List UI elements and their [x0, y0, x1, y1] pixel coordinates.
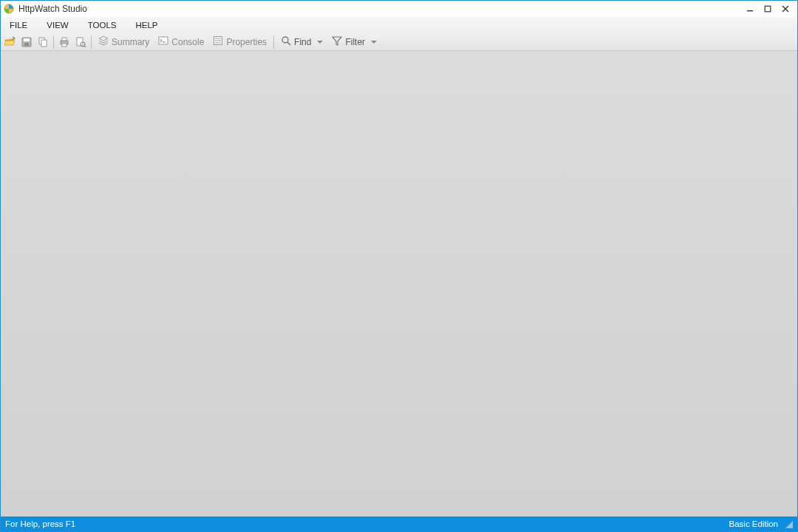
- app-icon: [4, 4, 14, 14]
- separator-icon: [91, 35, 92, 49]
- toolbar: Summary Console Propertie: [1, 33, 797, 51]
- minimize-button[interactable]: [741, 1, 759, 16]
- console-icon: [158, 35, 168, 48]
- filter-button[interactable]: Filter: [327, 34, 381, 50]
- copy-button[interactable]: [35, 34, 51, 50]
- summary-label: Summary: [112, 37, 149, 47]
- summary-button[interactable]: Summary: [94, 34, 154, 50]
- svg-rect-9: [62, 38, 66, 41]
- window-controls: [741, 1, 794, 16]
- document-magnify-icon: [75, 36, 86, 48]
- client-area: [1, 51, 797, 516]
- titlebar: HttpWatch Studio: [1, 1, 797, 17]
- search-icon: [281, 35, 291, 48]
- layers-icon: [98, 35, 109, 48]
- statusbar: For Help, press F1 Basic Edition: [1, 516, 797, 531]
- properties-icon: [213, 35, 223, 48]
- close-button[interactable]: [777, 1, 794, 16]
- svg-rect-14: [159, 37, 168, 44]
- properties-label: Properties: [226, 37, 267, 47]
- chevron-down-icon: [317, 41, 323, 44]
- svg-rect-7: [41, 40, 47, 47]
- copy-icon: [37, 36, 49, 48]
- status-help-text: For Help, press F1: [5, 519, 75, 528]
- print-preview-button[interactable]: [72, 34, 89, 50]
- menu-file[interactable]: FILE: [5, 19, 32, 31]
- svg-point-20: [282, 37, 288, 43]
- console-label: Console: [171, 37, 204, 47]
- separator-icon: [273, 35, 274, 49]
- open-button[interactable]: [2, 34, 18, 50]
- chevron-down-icon: [371, 41, 377, 44]
- menubar: FILE VIEW TOOLS HELP: [1, 17, 797, 33]
- folder-open-icon: [4, 36, 16, 48]
- save-button[interactable]: [18, 34, 35, 50]
- save-icon: [21, 36, 33, 48]
- status-edition: Basic Edition: [729, 519, 778, 528]
- svg-rect-4: [24, 38, 30, 41]
- filter-label: Filter: [345, 37, 365, 47]
- svg-rect-10: [62, 44, 66, 47]
- maximize-button[interactable]: [759, 1, 777, 16]
- resize-grip-icon[interactable]: [784, 519, 793, 528]
- find-button[interactable]: Find: [276, 34, 327, 50]
- svg-rect-5: [24, 43, 29, 46]
- find-label: Find: [294, 37, 311, 47]
- window-title: HttpWatch Studio: [18, 4, 87, 14]
- properties-button[interactable]: Properties: [208, 34, 271, 50]
- console-button[interactable]: Console: [154, 34, 208, 50]
- svg-rect-1: [747, 10, 753, 11]
- menu-view[interactable]: VIEW: [42, 19, 72, 31]
- print-button[interactable]: [56, 34, 72, 50]
- svg-line-21: [287, 42, 290, 45]
- menu-tools[interactable]: TOOLS: [83, 19, 121, 31]
- print-icon: [58, 36, 70, 48]
- svg-rect-2: [765, 6, 771, 12]
- menu-help[interactable]: HELP: [131, 19, 162, 31]
- app-window: HttpWatch Studio FILE VIEW TOOLS HELP: [0, 0, 798, 532]
- separator-icon: [53, 35, 54, 49]
- svg-rect-11: [77, 38, 83, 46]
- filter-icon: [332, 35, 342, 48]
- svg-line-13: [84, 46, 86, 47]
